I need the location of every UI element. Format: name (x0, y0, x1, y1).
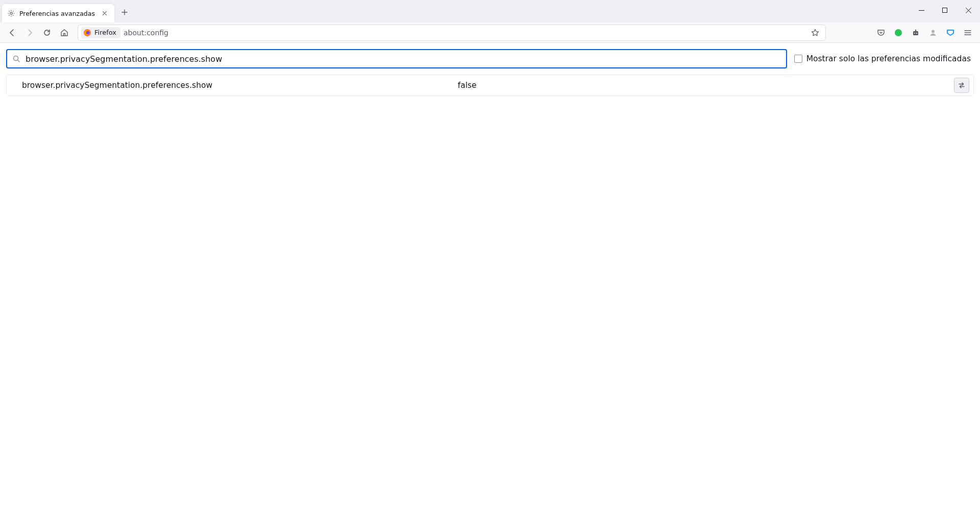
svg-point-8 (914, 33, 915, 34)
svg-point-5 (895, 29, 902, 36)
pref-search-box[interactable] (6, 49, 787, 68)
tab-strip: Preferencias avanzadas (0, 0, 135, 22)
extension-robot-icon[interactable] (908, 25, 924, 41)
pref-search-input[interactable] (26, 54, 781, 64)
svg-rect-7 (915, 30, 916, 31)
gear-icon (7, 9, 15, 17)
reload-button[interactable] (39, 25, 55, 41)
window-close-button[interactable] (957, 0, 980, 20)
checkbox-icon (794, 55, 802, 63)
back-button[interactable] (4, 25, 20, 41)
svg-rect-6 (913, 31, 918, 35)
tab-title: Preferencias avanzadas (19, 10, 96, 17)
tab-active[interactable]: Preferencias avanzadas (2, 4, 114, 22)
forward-button[interactable] (21, 25, 38, 41)
firefox-icon (83, 29, 91, 37)
search-icon (12, 55, 20, 63)
extension-green-icon[interactable] (890, 25, 906, 41)
new-tab-button[interactable] (116, 4, 133, 20)
svg-point-4 (86, 31, 89, 34)
pref-results-table: browser.privacySegmentation.preferences.… (6, 75, 974, 96)
nav-toolbar: Firefox about:config (0, 22, 980, 43)
svg-point-9 (916, 33, 917, 34)
identity-box[interactable]: Firefox (81, 27, 120, 38)
pref-row[interactable]: browser.privacySegmentation.preferences.… (7, 75, 973, 96)
app-menu-button[interactable] (960, 25, 976, 41)
search-row: Mostrar solo las preferencias modificada… (6, 49, 974, 68)
bookmark-star-button[interactable] (808, 26, 822, 40)
window-minimize-button[interactable] (910, 0, 933, 20)
url-text: about:config (124, 29, 805, 37)
svg-point-0 (10, 12, 12, 14)
pref-toggle-button[interactable] (954, 78, 969, 93)
about-config-content: Mostrar solo las preferencias modificada… (0, 43, 980, 96)
extension-blue-icon[interactable] (942, 25, 959, 41)
pref-name-cell: browser.privacySegmentation.preferences.… (22, 81, 458, 90)
account-button[interactable] (925, 25, 941, 41)
window-maximize-button[interactable] (933, 0, 957, 20)
svg-point-10 (932, 30, 935, 33)
show-modified-label: Mostrar solo las preferencias modificada… (806, 54, 971, 63)
home-button[interactable] (56, 25, 72, 41)
svg-point-11 (14, 56, 18, 61)
pocket-button[interactable] (873, 25, 889, 41)
svg-rect-1 (919, 10, 924, 11)
url-bar[interactable]: Firefox about:config (78, 25, 826, 41)
tab-close-button[interactable] (100, 9, 109, 18)
window-controls (910, 0, 980, 22)
identity-label: Firefox (94, 29, 116, 36)
toolbar-right (873, 25, 976, 41)
svg-rect-2 (942, 8, 947, 12)
show-modified-checkbox[interactable]: Mostrar solo las preferencias modificada… (794, 54, 974, 63)
titlebar: Preferencias avanzadas (0, 0, 980, 22)
pref-value-cell: false (458, 81, 954, 90)
